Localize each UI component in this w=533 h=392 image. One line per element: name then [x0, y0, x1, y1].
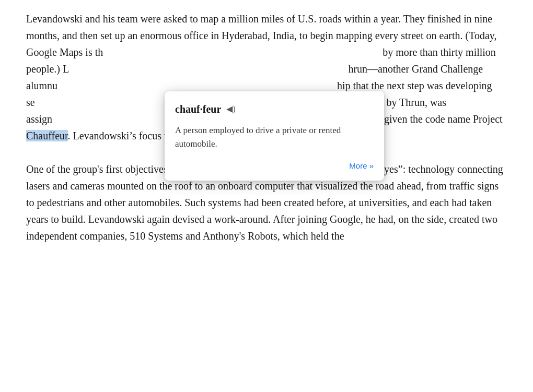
popup-more-container: More » — [175, 157, 374, 173]
article-container: Levandowski and his team were asked to m… — [26, 10, 507, 244]
definition-popup: chauf·feur ◀) A person employed to drive… — [165, 91, 384, 181]
highlighted-chauffeur[interactable]: Chauffeur — [26, 130, 68, 141]
more-link[interactable]: More » — [349, 161, 374, 170]
speaker-icon: ◀) — [226, 102, 235, 116]
popup-word: chauf·feur — [175, 101, 221, 117]
popup-header: chauf·feur ◀) — [175, 101, 374, 117]
popup-definition: A person employed to drive a private or … — [175, 124, 374, 150]
speaker-button[interactable]: ◀) — [226, 102, 235, 116]
